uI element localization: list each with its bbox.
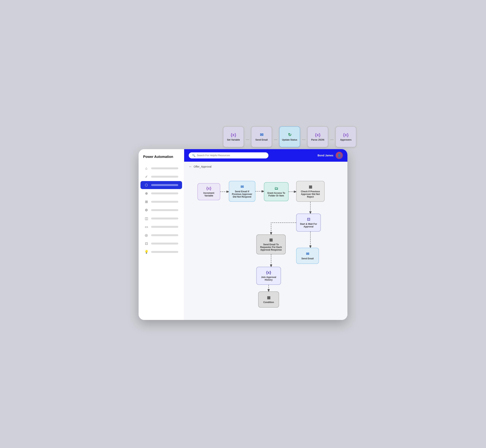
approvers-icon: {x} (343, 132, 349, 137)
nodes-icon: ⊡ (144, 241, 149, 246)
set-variable-icon: {x} (231, 132, 236, 137)
connector-2: — (274, 132, 277, 147)
sidebar: Power Automation ⌂ ✓ ⬡ ⊕ ⊞ ⚙ (139, 149, 184, 320)
sidebar-check-label (151, 176, 178, 178)
sidebar-item-check[interactable]: ✓ (141, 173, 182, 181)
canvas-area: {x} Increment Variable ✉ Send Email If P… (184, 172, 347, 320)
flow-icon: ⬡ (144, 183, 149, 187)
float-card-approvers[interactable]: {x} Approvers (336, 126, 356, 147)
float-card-set-variable-label: Set Variable (227, 138, 240, 141)
outer-wrapper: {x} Set Variable — ✉ Send Email — ↻ Upda… (139, 128, 347, 320)
sidebar-item-home[interactable]: ⌂ (141, 165, 182, 172)
node-grant-access[interactable]: 🗂 Grant Access To Folder Or Item (264, 182, 289, 201)
float-card-parse-json[interactable]: {x} Parse JSON (307, 126, 328, 147)
node-join-approval[interactable]: {x} Join Approval History (256, 267, 281, 285)
float-card-update-status-label: Update Status (282, 138, 297, 141)
topbar: 🔍 Bond James 👤 (184, 149, 347, 162)
sidebar-nodes-label (151, 243, 178, 245)
breadcrumb: ← Offer_Approval (184, 162, 347, 172)
sidebar-item-add[interactable]: ⊕ (141, 189, 182, 197)
increment-variable-icon: {x} (206, 186, 212, 191)
send-email-if-icon: ✉ (241, 184, 244, 189)
node-start-wait[interactable]: ⊡ Start & Wait For Approval (296, 214, 321, 232)
sidebar-flow-label (151, 184, 178, 186)
node-increment-variable[interactable]: {x} Increment Variable (197, 183, 220, 200)
node-grant-access-label: Grant Access To Folder Or Item (266, 192, 286, 197)
parse-json-icon: {x} (315, 132, 321, 137)
app-container: Power Automation ⌂ ✓ ⬡ ⊕ ⊞ ⚙ (139, 149, 347, 320)
sidebar-db-label (151, 217, 178, 219)
sidebar-item-settings[interactable]: ⚙ (141, 206, 182, 214)
flow-wrapper: {x} Increment Variable ✉ Send Email If P… (190, 176, 332, 314)
node-send-email-if-label: Send Email If Previous Approver Did Not … (231, 190, 253, 198)
sidebar-file-label (151, 201, 178, 203)
sidebar-item-bulb[interactable]: 💡 (141, 248, 182, 256)
avatar: 👤 (336, 152, 343, 159)
sidebar-item-search2[interactable]: ◎ (141, 231, 182, 239)
condition-icon: ▦ (267, 295, 271, 300)
check-icon: ✓ (144, 175, 149, 179)
sidebar-settings-label (151, 209, 178, 211)
bulb-icon: 💡 (144, 250, 149, 254)
node-increment-variable-label: Increment Variable (200, 192, 218, 197)
sidebar-item-flow[interactable]: ⬡ (141, 181, 182, 189)
node-check-if[interactable]: ▦ Check If Previous Approver Did Not Rej… (296, 181, 325, 202)
sidebar-add-label (151, 192, 178, 194)
float-card-update-status[interactable]: ↻ Update Status (279, 126, 300, 147)
connector-1: — (246, 132, 249, 147)
sidebar-search2-label (151, 234, 178, 236)
file-icon: ⊞ (144, 200, 149, 204)
breadcrumb-page-name: Offer_Approval (194, 165, 212, 168)
search-icon: 🔍 (192, 154, 195, 157)
sidebar-item-file[interactable]: ⊞ (141, 198, 182, 206)
node-send-email-right-label: Send Email (301, 257, 314, 260)
node-condition-label: Condition (263, 301, 274, 304)
node-send-email-requestor[interactable]: ▦ Send Email To Requestor For Each Appro… (256, 234, 286, 254)
float-card-set-variable[interactable]: {x} Set Variable (223, 126, 244, 147)
user-name: Bond James (318, 154, 333, 157)
sidebar-home-label (151, 167, 178, 169)
node-check-if-label: Check If Previous Approver Did Not Rejec… (298, 190, 322, 198)
floating-cards-row: {x} Set Variable — ✉ Send Email — ↻ Upda… (223, 126, 356, 147)
sidebar-monitor-label (151, 226, 178, 228)
update-status-icon: ↻ (288, 132, 291, 137)
connector-3: — (302, 132, 306, 147)
node-start-wait-label: Start & Wait For Approval (298, 223, 319, 228)
node-send-email-requestor-label: Send Email To Requestor For Each Approva… (259, 243, 283, 251)
home-icon: ⌂ (144, 167, 149, 170)
arrow-5 (271, 223, 296, 234)
check-if-icon: ▦ (309, 184, 312, 189)
node-condition[interactable]: ▦ Condition (258, 291, 279, 308)
sidebar-item-db[interactable]: ◫ (141, 215, 182, 223)
float-card-send-email-label: Send Email (255, 138, 268, 141)
sidebar-bulb-label (151, 251, 178, 253)
add-icon: ⊕ (144, 191, 149, 195)
search2-icon: ◎ (144, 233, 149, 237)
back-button[interactable]: ← (189, 165, 192, 169)
float-card-send-email[interactable]: ✉ Send Email (251, 126, 272, 147)
join-approval-icon: {x} (266, 270, 271, 275)
start-wait-icon: ⊡ (307, 217, 310, 222)
sidebar-item-monitor[interactable]: ▭ (141, 223, 182, 231)
search-bar[interactable]: 🔍 (189, 152, 268, 159)
sidebar-title: Power Automation (139, 155, 184, 164)
send-email-right-icon: ✉ (306, 252, 309, 256)
float-card-approvers-label: Approvers (340, 138, 352, 141)
sidebar-item-nodes[interactable]: ⊡ (141, 240, 182, 248)
db-icon: ◫ (144, 216, 149, 221)
node-join-approval-label: Join Approval History (259, 276, 279, 281)
settings-icon: ⚙ (144, 208, 149, 212)
node-send-email-right[interactable]: ✉ Send Email (296, 248, 319, 264)
float-card-parse-json-label: Parse JSON (311, 138, 324, 141)
send-email-top-icon: ✉ (260, 132, 263, 137)
main-content: 🔍 Bond James 👤 ← Offer_Approval (184, 149, 347, 320)
node-send-email-if[interactable]: ✉ Send Email If Previous Approver Did No… (229, 181, 255, 202)
send-email-requestor-icon: ▦ (269, 238, 273, 242)
connector-4: — (330, 132, 334, 147)
search-input[interactable] (197, 154, 265, 157)
grant-access-icon: 🗂 (274, 186, 278, 191)
monitor-icon: ▭ (144, 225, 149, 229)
user-area: Bond James 👤 (318, 152, 343, 159)
